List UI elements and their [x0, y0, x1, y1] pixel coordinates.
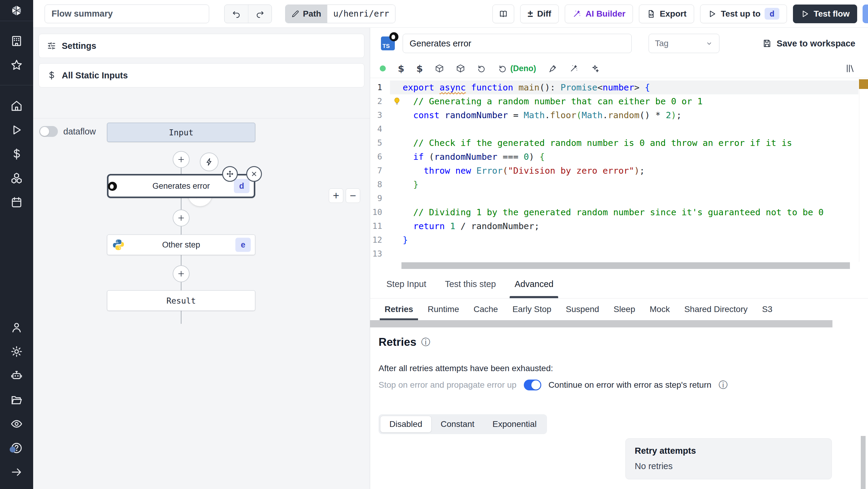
tab-test-this-step[interactable]: Test this step — [437, 270, 504, 298]
ai-builder-button[interactable]: AI Builder — [565, 4, 633, 23]
tag-select[interactable]: Tag — [649, 34, 719, 53]
sidebar-user-icon[interactable] — [0, 315, 33, 339]
code-line-6[interactable]: if (randomNumber === 0) { — [370, 150, 856, 164]
package-icon[interactable] — [456, 64, 465, 73]
subtab-early-stop[interactable]: Early Stop — [506, 299, 557, 320]
ai-wand-icon[interactable] — [569, 64, 578, 73]
continue-on-error-toggle[interactable] — [524, 379, 541, 390]
trigger-button[interactable] — [200, 153, 218, 171]
notification-dot — [10, 447, 16, 453]
code-line-4[interactable] — [370, 122, 856, 136]
sliders-icon — [47, 41, 56, 51]
code-line-1[interactable]: export async function main(): Promise<nu… — [370, 81, 856, 94]
flow-node-result[interactable]: Result — [107, 290, 255, 311]
code-line-9[interactable] — [370, 191, 856, 205]
sidebar-cubes-icon[interactable] — [0, 166, 33, 190]
dataflow-toggle[interactable] — [39, 126, 58, 137]
code-line-3[interactable]: const randomNumber = Math.floor(Math.ran… — [370, 108, 856, 122]
format-brush-icon[interactable] — [548, 64, 557, 73]
add-step-button-1[interactable] — [173, 151, 190, 168]
code-line-5[interactable]: // Check if the generated random number … — [370, 136, 856, 150]
sidebar-play-icon[interactable] — [0, 118, 33, 142]
flow-editor-panel: Settings All Static Inputs dataflow + − … — [33, 28, 370, 489]
sidebar-arrow-right-icon[interactable] — [0, 460, 33, 484]
path-control[interactable]: Path u/henri/err — [285, 4, 396, 23]
save-to-workspace-button[interactable]: Save to workspace — [762, 39, 855, 49]
info-icon[interactable]: ⓘ — [718, 380, 727, 390]
subtab-suspend[interactable]: Suspend — [560, 299, 605, 320]
subtab-shared-directory[interactable]: Shared Directory — [678, 299, 753, 320]
add-step-button-3[interactable] — [173, 265, 190, 282]
redo-button[interactable] — [248, 5, 272, 23]
code-line-11[interactable]: return 1 / randomNumber; — [370, 219, 856, 233]
sidebar-robot-icon[interactable] — [0, 364, 33, 388]
test-flow-button[interactable]: Test flow — [793, 4, 857, 23]
export-label: Export — [660, 9, 687, 19]
subtab-runtime[interactable]: Runtime — [422, 299, 465, 320]
subtab-cache[interactable]: Cache — [467, 299, 504, 320]
reload-icon[interactable] — [477, 64, 486, 73]
code-line-2[interactable]: // Generating a random number that can e… — [370, 94, 856, 108]
sidebar-eye-icon[interactable] — [0, 412, 33, 436]
retry-mode-disabled[interactable]: Disabled — [380, 416, 432, 433]
editor-horizontal-scrollbar[interactable] — [401, 262, 850, 269]
subtabs-scrollbar[interactable] — [370, 320, 832, 328]
delete-step-button[interactable] — [246, 166, 262, 182]
code-line-7[interactable]: throw new Error("Division by zero error"… — [370, 164, 856, 178]
all-static-inputs-button[interactable]: All Static Inputs — [38, 63, 364, 87]
step-name-input[interactable] — [403, 34, 632, 53]
tab-advanced[interactable]: Advanced — [507, 270, 561, 298]
sidebar-calendar-icon[interactable] — [0, 190, 33, 214]
subtab-mock[interactable]: Mock — [644, 299, 676, 320]
diff-icon: ± — [528, 8, 533, 19]
flow-node-input[interactable]: Input — [107, 123, 255, 142]
sidebar-building-icon[interactable] — [0, 29, 33, 53]
plus-icon — [177, 155, 185, 164]
code-line-12[interactable]: } — [370, 233, 856, 247]
reload-deno-control[interactable]: (Deno) — [498, 64, 536, 73]
tab-step-input[interactable]: Step Input — [378, 270, 434, 298]
sidebar-help-icon[interactable] — [0, 436, 33, 460]
package-icon[interactable] — [435, 64, 444, 73]
diff-button[interactable]: ± Diff — [520, 4, 559, 23]
retry-attempts-title: Retry attempts — [635, 446, 823, 456]
retry-mode-constant[interactable]: Constant — [432, 416, 484, 433]
subtab-retries[interactable]: Retries — [378, 299, 419, 320]
code-line-13[interactable] — [370, 247, 856, 261]
flow-node-input-label: Input — [169, 128, 193, 137]
code-line-10[interactable]: // Dividing 1 by the generated random nu… — [370, 205, 856, 219]
retry-mode-exponential[interactable]: Exponential — [484, 416, 546, 433]
python-icon — [112, 239, 125, 251]
path-edit-button[interactable]: Path — [285, 5, 327, 23]
partial-hidden-button[interactable] — [863, 4, 868, 23]
sidebar-home-icon[interactable] — [0, 94, 33, 118]
flow-summary-input[interactable] — [44, 4, 209, 23]
code-line-8[interactable]: } — [370, 178, 856, 191]
flow-node-step-e-label: Other step — [162, 240, 200, 250]
sidebar-gear-icon[interactable] — [0, 339, 33, 364]
docs-button[interactable] — [493, 4, 514, 23]
info-icon[interactable]: ⓘ — [421, 338, 430, 347]
move-step-button[interactable] — [222, 166, 238, 182]
panel-vertical-scrollbar[interactable] — [861, 436, 866, 489]
subtab-s3[interactable]: S3 — [756, 299, 778, 320]
windmill-logo-icon[interactable] — [0, 0, 33, 21]
sidebar-dollar-icon[interactable] — [0, 142, 33, 166]
sidebar-star-icon[interactable] — [0, 53, 33, 77]
flow-settings-button[interactable]: Settings — [38, 34, 364, 58]
undo-button[interactable] — [224, 5, 248, 23]
add-step-button-2[interactable] — [173, 210, 190, 226]
export-button[interactable]: Export — [639, 4, 694, 23]
test-up-to-button[interactable]: Test up to d — [700, 4, 787, 23]
sparkles-icon[interactable] — [590, 64, 599, 73]
variable-picker-icon[interactable]: $ — [398, 63, 404, 74]
lightbulb-icon[interactable] — [393, 97, 401, 106]
undo-redo-group — [224, 4, 272, 23]
pencil-icon — [291, 10, 299, 18]
subtab-sleep[interactable]: Sleep — [608, 299, 641, 320]
code-editor[interactable]: 12345678910111213 export async function … — [370, 78, 868, 270]
resource-picker-icon[interactable]: $ — [416, 63, 423, 74]
flow-node-step-e[interactable]: Other step e — [107, 235, 255, 255]
library-icon[interactable] — [845, 63, 855, 73]
sidebar-folder-icon[interactable] — [0, 388, 33, 412]
